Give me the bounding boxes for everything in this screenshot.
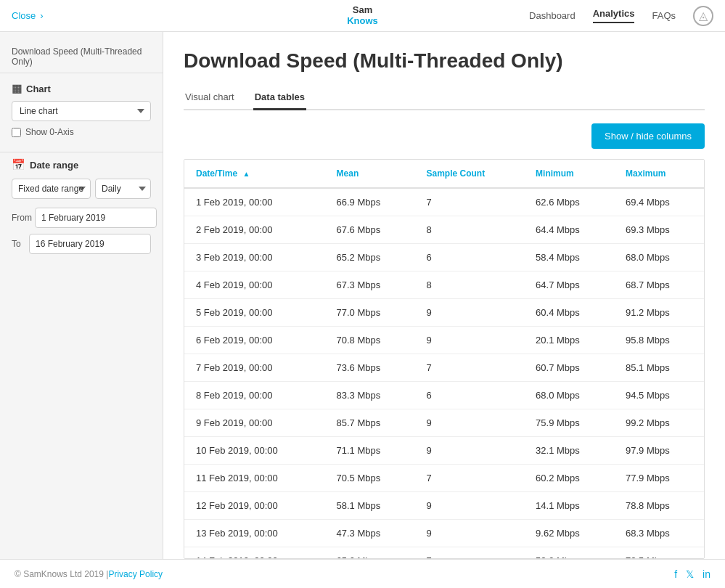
cell-minimum: 64.4 Mbps xyxy=(524,216,614,244)
cell-datetime: 11 Feb 2019, 00:00 xyxy=(184,465,325,492)
cell-sample_count: 9 xyxy=(414,409,524,437)
cell-maximum: 72.5 Mbps xyxy=(614,547,704,560)
cell-datetime: 4 Feb 2019, 00:00 xyxy=(184,271,325,299)
logo-knows: Knows xyxy=(347,16,378,26)
cell-maximum: 68.3 Mbps xyxy=(614,520,704,547)
nav-links: Dashboard Analytics FAQs ◬ xyxy=(529,6,713,26)
cell-maximum: 95.8 Mbps xyxy=(614,327,704,354)
table-row: 14 Feb 2019, 00:0065.6 Mbps752.9 Mbps72.… xyxy=(184,547,704,560)
show-0-axis-checkbox[interactable] xyxy=(12,128,21,137)
date-range-title: 📅 Date range xyxy=(12,158,151,171)
cell-minimum: 68.0 Mbps xyxy=(524,382,614,409)
cell-datetime: 5 Feb 2019, 00:00 xyxy=(184,299,325,327)
cell-minimum: 20.1 Mbps xyxy=(524,327,614,354)
show-0-axis-label: Show 0-Axis xyxy=(25,127,74,137)
calendar-icon: 📅 xyxy=(12,158,25,171)
cell-sample_count: 9 xyxy=(414,299,524,327)
user-icon[interactable]: ◬ xyxy=(693,6,713,26)
cell-sample_count: 9 xyxy=(414,327,524,354)
cell-mean: 47.3 Mbps xyxy=(325,520,415,547)
social-links: f 𝕏 in xyxy=(674,568,710,580)
privacy-policy-link[interactable]: Privacy Policy xyxy=(108,569,163,579)
cell-minimum: 60.4 Mbps xyxy=(524,299,614,327)
table-header-row: Date/Time ▲ Mean Sample Count Minimum Ma… xyxy=(184,160,704,188)
toolbar-row: Show / hide columns xyxy=(184,123,705,149)
cell-mean: 85.7 Mbps xyxy=(325,409,415,437)
sidebar-divider xyxy=(0,152,163,152)
cell-datetime: 7 Feb 2019, 00:00 xyxy=(184,354,325,382)
cell-maximum: 77.9 Mbps xyxy=(614,465,704,492)
twitter-icon[interactable]: 𝕏 xyxy=(686,568,694,580)
date-range-label: Date range xyxy=(30,160,78,171)
cell-mean: 67.6 Mbps xyxy=(325,216,415,244)
nav-dashboard[interactable]: Dashboard xyxy=(529,10,576,21)
to-date-input[interactable] xyxy=(29,234,151,254)
cell-maximum: 69.4 Mbps xyxy=(614,188,704,216)
cell-datetime: 14 Feb 2019, 00:00 xyxy=(184,547,325,560)
table-row: 5 Feb 2019, 00:0077.0 Mbps960.4 Mbps91.2… xyxy=(184,299,704,327)
table-row: 8 Feb 2019, 00:0083.3 Mbps668.0 Mbps94.5… xyxy=(184,382,704,409)
sidebar: Download Speed (Multi-Threaded Only) ▦ C… xyxy=(0,32,163,559)
cell-mean: 83.3 Mbps xyxy=(325,382,415,409)
tabs-row: Visual chart Data tables xyxy=(184,86,705,110)
nav-analytics[interactable]: Analytics xyxy=(593,8,635,23)
tab-visual-chart[interactable]: Visual chart xyxy=(184,86,236,110)
sidebar-top-item: Download Speed (Multi-Threaded Only) xyxy=(0,41,163,73)
cell-maximum: 68.7 Mbps xyxy=(614,271,704,299)
cell-maximum: 78.8 Mbps xyxy=(614,492,704,520)
cell-sample_count: 6 xyxy=(414,244,524,271)
chart-type-select[interactable]: Line chart Bar chart Area chart xyxy=(12,101,151,121)
logo: Sam Knows xyxy=(347,5,378,26)
cell-sample_count: 7 xyxy=(414,547,524,560)
to-label: To xyxy=(12,239,23,249)
linkedin-icon[interactable]: in xyxy=(703,568,710,580)
cell-mean: 77.0 Mbps xyxy=(325,299,415,327)
cell-minimum: 32.1 Mbps xyxy=(524,437,614,465)
to-row: To xyxy=(12,234,151,254)
col-sample-count[interactable]: Sample Count xyxy=(414,160,524,188)
table-row: 4 Feb 2019, 00:0067.3 Mbps864.7 Mbps68.7… xyxy=(184,271,704,299)
chart-section: ▦ Chart Line chart Bar chart Area chart … xyxy=(0,82,163,146)
cell-datetime: 13 Feb 2019, 00:00 xyxy=(184,520,325,547)
cell-maximum: 99.2 Mbps xyxy=(614,409,704,437)
cell-sample_count: 9 xyxy=(414,437,524,465)
cell-sample_count: 7 xyxy=(414,465,524,492)
data-table-container[interactable]: Date/Time ▲ Mean Sample Count Minimum Ma… xyxy=(184,159,705,559)
close-button[interactable]: Close › xyxy=(12,10,44,21)
facebook-icon[interactable]: f xyxy=(674,568,677,580)
cell-mean: 65.2 Mbps xyxy=(325,244,415,271)
table-row: 9 Feb 2019, 00:0085.7 Mbps975.9 Mbps99.2… xyxy=(184,409,704,437)
table-body: 1 Feb 2019, 00:0066.9 Mbps762.6 Mbps69.4… xyxy=(184,188,704,559)
table-row: 7 Feb 2019, 00:0073.6 Mbps760.7 Mbps85.1… xyxy=(184,354,704,382)
col-maximum[interactable]: Maximum xyxy=(614,160,704,188)
table-row: 2 Feb 2019, 00:0067.6 Mbps864.4 Mbps69.3… xyxy=(184,216,704,244)
nav-faqs[interactable]: FAQs xyxy=(652,10,676,21)
col-datetime[interactable]: Date/Time ▲ xyxy=(184,160,325,188)
show-hide-columns-button[interactable]: Show / hide columns xyxy=(591,123,705,149)
from-row: From xyxy=(12,208,151,228)
cell-maximum: 97.9 Mbps xyxy=(614,437,704,465)
table-row: 10 Feb 2019, 00:0071.1 Mbps932.1 Mbps97.… xyxy=(184,437,704,465)
table-row: 12 Feb 2019, 00:0058.1 Mbps914.1 Mbps78.… xyxy=(184,492,704,520)
close-label: Close xyxy=(12,10,36,21)
col-minimum[interactable]: Minimum xyxy=(524,160,614,188)
tab-data-tables[interactable]: Data tables xyxy=(253,86,306,110)
cell-maximum: 94.5 Mbps xyxy=(614,382,704,409)
granularity-select[interactable]: Daily Weekly Monthly xyxy=(95,179,151,199)
cell-mean: 66.9 Mbps xyxy=(325,188,415,216)
content-area: Download Speed (Multi-Threaded Only) Vis… xyxy=(163,32,725,559)
col-mean[interactable]: Mean xyxy=(325,160,415,188)
cell-datetime: 10 Feb 2019, 00:00 xyxy=(184,437,325,465)
range-type-select[interactable]: Fixed date range Rolling xyxy=(12,179,91,199)
cell-datetime: 3 Feb 2019, 00:00 xyxy=(184,244,325,271)
cell-datetime: 6 Feb 2019, 00:00 xyxy=(184,327,325,354)
chart-label: Chart xyxy=(26,83,51,94)
cell-sample_count: 7 xyxy=(414,188,524,216)
cell-minimum: 58.4 Mbps xyxy=(524,244,614,271)
from-date-input[interactable] xyxy=(35,208,157,228)
cell-minimum: 64.7 Mbps xyxy=(524,271,614,299)
cell-sample_count: 9 xyxy=(414,492,524,520)
footer: © SamKnows Ltd 2019 | Privacy Policy f 𝕏… xyxy=(0,559,725,588)
cell-datetime: 12 Feb 2019, 00:00 xyxy=(184,492,325,520)
chart-section-title: ▦ Chart xyxy=(12,82,151,95)
